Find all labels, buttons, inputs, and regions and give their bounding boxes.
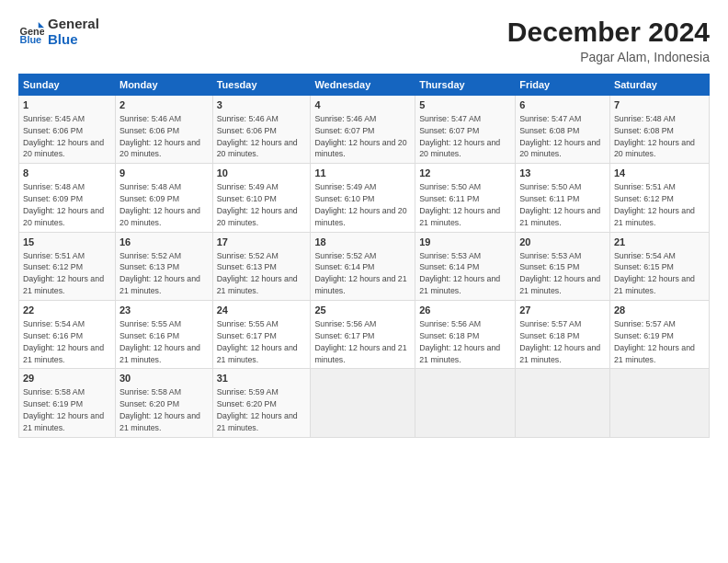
calendar-cell: 30Sunrise: 5:58 AMSunset: 6:20 PMDayligh… — [115, 369, 212, 437]
day-sunset: Sunset: 6:07 PM — [314, 126, 374, 135]
day-sunset: Sunset: 6:20 PM — [119, 399, 179, 408]
calendar-header-row: SundayMondayTuesdayWednesdayThursdayFrid… — [19, 75, 710, 96]
day-number: 17 — [217, 236, 307, 249]
day-sunset: Sunset: 6:18 PM — [519, 331, 579, 340]
day-daylight: Daylight: 12 hours and 20 minutes. — [217, 138, 298, 159]
day-sunrise: Sunrise: 5:46 AM — [119, 114, 181, 123]
calendar-cell: 16Sunrise: 5:52 AMSunset: 6:13 PMDayligh… — [115, 232, 212, 300]
calendar-cell: 20Sunrise: 5:53 AMSunset: 6:15 PMDayligh… — [516, 232, 610, 300]
calendar-cell: 13Sunrise: 5:50 AMSunset: 6:11 PMDayligh… — [516, 164, 610, 232]
day-sunset: Sunset: 6:09 PM — [23, 194, 83, 203]
day-sunrise: Sunrise: 5:45 AM — [23, 114, 85, 123]
day-sunrise: Sunrise: 5:50 AM — [419, 182, 481, 191]
calendar-cell: 10Sunrise: 5:49 AMSunset: 6:10 PMDayligh… — [212, 164, 311, 232]
day-daylight: Daylight: 12 hours and 21 minutes. — [119, 343, 200, 364]
calendar-cell: 4Sunrise: 5:46 AMSunset: 6:07 PMDaylight… — [311, 96, 415, 164]
day-sunrise: Sunrise: 5:57 AM — [614, 319, 676, 328]
day-daylight: Daylight: 12 hours and 21 minutes. — [519, 274, 600, 295]
title-block: December 2024 Pagar Alam, Indonesia — [507, 17, 710, 64]
day-number: 13 — [519, 167, 606, 180]
calendar-cell: 19Sunrise: 5:53 AMSunset: 6:14 PMDayligh… — [415, 232, 516, 300]
column-header-friday: Friday — [516, 75, 610, 96]
day-sunrise: Sunrise: 5:47 AM — [419, 114, 481, 123]
column-header-wednesday: Wednesday — [311, 75, 415, 96]
day-sunrise: Sunrise: 5:48 AM — [614, 114, 676, 123]
day-sunrise: Sunrise: 5:46 AM — [217, 114, 279, 123]
day-sunset: Sunset: 6:19 PM — [614, 331, 674, 340]
calendar-cell: 29Sunrise: 5:58 AMSunset: 6:19 PMDayligh… — [19, 369, 116, 437]
day-sunrise: Sunrise: 5:48 AM — [23, 182, 85, 191]
calendar-cell: 21Sunrise: 5:54 AMSunset: 6:15 PMDayligh… — [609, 232, 709, 300]
day-number: 31 — [217, 372, 307, 385]
day-sunset: Sunset: 6:11 PM — [419, 194, 479, 203]
day-number: 18 — [314, 236, 411, 249]
day-sunrise: Sunrise: 5:54 AM — [614, 251, 676, 260]
day-number: 8 — [23, 167, 111, 180]
day-sunset: Sunset: 6:14 PM — [314, 262, 374, 271]
day-number: 19 — [419, 236, 511, 249]
calendar-cell: 27Sunrise: 5:57 AMSunset: 6:18 PMDayligh… — [516, 301, 610, 369]
day-sunset: Sunset: 6:19 PM — [23, 399, 83, 408]
day-daylight: Daylight: 12 hours and 20 minutes. — [119, 206, 200, 227]
calendar-cell: 28Sunrise: 5:57 AMSunset: 6:19 PMDayligh… — [609, 301, 709, 369]
calendar-cell: 18Sunrise: 5:52 AMSunset: 6:14 PMDayligh… — [311, 232, 415, 300]
calendar-cell — [415, 369, 516, 437]
day-daylight: Daylight: 12 hours and 20 minutes. — [119, 138, 200, 159]
day-daylight: Daylight: 12 hours and 21 minutes. — [614, 206, 695, 227]
calendar-cell: 11Sunrise: 5:49 AMSunset: 6:10 PMDayligh… — [311, 164, 415, 232]
day-sunrise: Sunrise: 5:51 AM — [23, 251, 85, 260]
day-number: 29 — [23, 372, 111, 385]
day-sunset: Sunset: 6:13 PM — [217, 262, 277, 271]
calendar-cell: 31Sunrise: 5:59 AMSunset: 6:20 PMDayligh… — [212, 369, 311, 437]
day-daylight: Daylight: 12 hours and 21 minutes. — [23, 343, 104, 364]
logo-icon: General Blue — [18, 19, 44, 45]
day-sunset: Sunset: 6:08 PM — [519, 126, 579, 135]
day-sunrise: Sunrise: 5:56 AM — [314, 319, 376, 328]
day-daylight: Daylight: 12 hours and 21 minutes. — [519, 343, 600, 364]
day-sunrise: Sunrise: 5:50 AM — [519, 182, 581, 191]
day-sunset: Sunset: 6:06 PM — [217, 126, 277, 135]
day-daylight: Daylight: 12 hours and 21 minutes. — [614, 274, 695, 295]
column-header-saturday: Saturday — [609, 75, 709, 96]
day-sunset: Sunset: 6:16 PM — [23, 331, 83, 340]
day-number: 3 — [217, 98, 307, 112]
day-daylight: Daylight: 12 hours and 21 minutes. — [314, 274, 406, 295]
day-sunrise: Sunrise: 5:46 AM — [314, 114, 376, 123]
day-sunrise: Sunrise: 5:53 AM — [419, 251, 481, 260]
day-daylight: Daylight: 12 hours and 21 minutes. — [614, 343, 695, 364]
day-daylight: Daylight: 12 hours and 21 minutes. — [119, 411, 200, 432]
day-sunset: Sunset: 6:10 PM — [314, 194, 374, 203]
page: General Blue General Blue December 2024 … — [0, 0, 728, 563]
calendar-week-row: 15Sunrise: 5:51 AMSunset: 6:12 PMDayligh… — [19, 232, 710, 300]
day-daylight: Daylight: 12 hours and 20 minutes. — [314, 138, 406, 159]
day-daylight: Daylight: 12 hours and 20 minutes. — [419, 138, 500, 159]
logo-general-text: General — [48, 17, 99, 32]
day-number: 20 — [519, 236, 606, 249]
day-sunrise: Sunrise: 5:52 AM — [314, 251, 376, 260]
day-daylight: Daylight: 12 hours and 21 minutes. — [23, 274, 104, 295]
day-daylight: Daylight: 12 hours and 20 minutes. — [23, 138, 104, 159]
calendar-cell: 8Sunrise: 5:48 AMSunset: 6:09 PMDaylight… — [19, 164, 116, 232]
day-number: 10 — [217, 167, 307, 180]
day-sunset: Sunset: 6:15 PM — [614, 262, 674, 271]
day-sunset: Sunset: 6:10 PM — [217, 194, 277, 203]
logo-blue-text: Blue — [48, 32, 99, 48]
calendar-cell: 15Sunrise: 5:51 AMSunset: 6:12 PMDayligh… — [19, 232, 116, 300]
day-daylight: Daylight: 12 hours and 21 minutes. — [217, 411, 298, 432]
day-daylight: Daylight: 12 hours and 20 minutes. — [519, 138, 600, 159]
day-sunset: Sunset: 6:09 PM — [119, 194, 179, 203]
calendar-cell: 1Sunrise: 5:45 AMSunset: 6:06 PMDaylight… — [19, 96, 116, 164]
calendar-cell: 6Sunrise: 5:47 AMSunset: 6:08 PMDaylight… — [516, 96, 610, 164]
day-sunrise: Sunrise: 5:52 AM — [217, 251, 279, 260]
calendar-cell: 22Sunrise: 5:54 AMSunset: 6:16 PMDayligh… — [19, 301, 116, 369]
day-sunset: Sunset: 6:14 PM — [419, 262, 479, 271]
calendar-cell — [516, 369, 610, 437]
day-number: 15 — [23, 236, 111, 249]
svg-text:Blue: Blue — [20, 34, 42, 45]
day-daylight: Daylight: 12 hours and 20 minutes. — [614, 138, 695, 159]
day-sunset: Sunset: 6:18 PM — [419, 331, 479, 340]
day-sunset: Sunset: 6:13 PM — [119, 262, 179, 271]
day-number: 25 — [314, 304, 411, 317]
day-sunrise: Sunrise: 5:48 AM — [119, 182, 181, 191]
day-sunrise: Sunrise: 5:51 AM — [614, 182, 676, 191]
